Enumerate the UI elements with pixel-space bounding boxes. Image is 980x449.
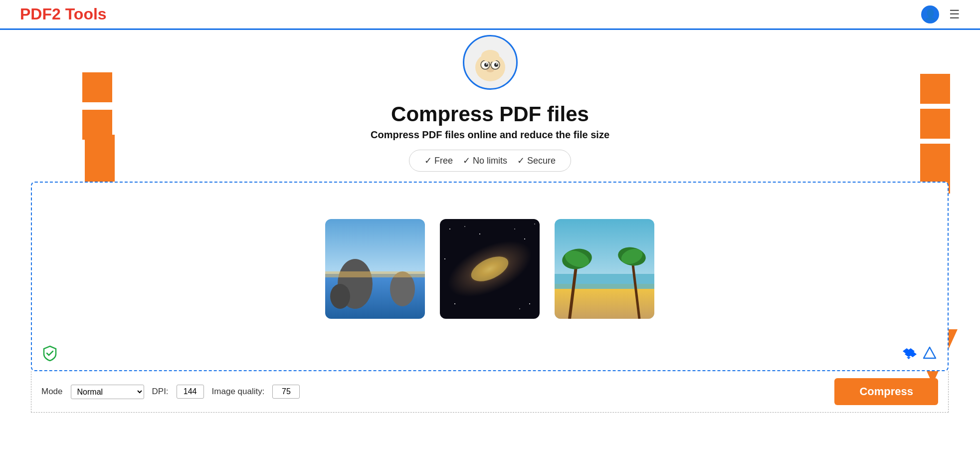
page-subtitle: Compress PDF files online and reduce the… xyxy=(371,129,609,141)
svg-point-6 xyxy=(486,63,487,65)
mascot-circle xyxy=(463,35,518,90)
dpi-label: DPI: xyxy=(152,387,169,397)
thumbnail-galaxy-svg xyxy=(440,219,540,319)
badge-secure: ✓ Secure xyxy=(517,155,556,166)
menu-icon[interactable]: ☰ xyxy=(949,7,960,21)
security-badge xyxy=(42,345,58,361)
thumbnail-tropical xyxy=(555,219,654,319)
cloud-icons-container xyxy=(901,345,938,361)
svg-point-26 xyxy=(534,224,535,224)
thumbnail-galaxy xyxy=(440,219,540,319)
svg-rect-35 xyxy=(555,274,654,289)
dpi-input[interactable] xyxy=(177,385,204,399)
header-right: 👤 ☰ xyxy=(921,5,960,23)
badges-container: ✓ Free ✓ No limits ✓ Secure xyxy=(409,150,571,172)
svg-marker-47 xyxy=(924,347,936,358)
drop-zone[interactable] xyxy=(31,182,949,371)
badge-free-text: ✓ Free xyxy=(424,155,453,166)
user-icon-inner: 👤 xyxy=(924,8,937,20)
svg-point-22 xyxy=(464,226,465,227)
logo-tools: Tools xyxy=(65,5,107,23)
svg-marker-46 xyxy=(907,357,911,359)
annotation-square-right-1 xyxy=(920,74,950,104)
svg-point-7 xyxy=(496,63,497,65)
header: PDF2 Tools 👤 ☰ xyxy=(0,0,980,30)
svg-rect-19 xyxy=(325,271,425,277)
svg-point-21 xyxy=(449,228,450,229)
user-icon[interactable]: 👤 xyxy=(921,5,939,23)
svg-point-23 xyxy=(479,233,480,234)
google-drive-icon[interactable] xyxy=(922,345,938,361)
annotation-square-left-1 xyxy=(82,72,112,102)
thumbnail-beach-svg xyxy=(325,219,425,319)
mode-controls: Mode Normal Extreme Recommended DPI: Ima… xyxy=(41,385,300,399)
svg-point-30 xyxy=(454,303,455,304)
badge-no-limits-text: ✓ No limits xyxy=(463,155,507,166)
mascot-svg xyxy=(468,40,513,85)
logo: PDF2 Tools xyxy=(20,5,107,23)
mode-label: Mode xyxy=(41,387,63,397)
bottom-bar: Mode Normal Extreme Recommended DPI: Ima… xyxy=(31,371,949,413)
badge-free: ✓ Free xyxy=(424,155,453,166)
page-title: Compress PDF files xyxy=(391,102,589,126)
quality-input[interactable] xyxy=(272,385,300,399)
mode-select[interactable]: Normal Extreme Recommended xyxy=(71,385,144,399)
svg-point-18 xyxy=(330,284,350,309)
thumbnail-beach xyxy=(325,219,425,319)
annotation-square-right-2 xyxy=(920,109,950,139)
shield-icon xyxy=(42,345,58,361)
svg-point-25 xyxy=(524,238,525,239)
main-content: Compress PDF files Compress PDF files on… xyxy=(0,90,980,172)
thumbnails-container xyxy=(325,219,654,319)
svg-point-28 xyxy=(529,303,530,304)
badge-no-limits: ✓ No limits xyxy=(463,155,507,166)
dropbox-icon[interactable] xyxy=(901,345,917,361)
svg-point-29 xyxy=(519,308,520,309)
thumbnail-tropical-svg xyxy=(555,219,654,319)
svg-point-5 xyxy=(486,67,494,72)
svg-point-11 xyxy=(481,50,499,62)
mascot-area xyxy=(0,35,980,90)
logo-pdf: PDF xyxy=(20,5,52,23)
svg-point-27 xyxy=(444,258,445,259)
logo-2: 2 xyxy=(52,5,61,23)
quality-label: Image quality: xyxy=(212,387,265,397)
badge-secure-text: ✓ Secure xyxy=(517,155,556,166)
svg-point-24 xyxy=(514,228,515,229)
